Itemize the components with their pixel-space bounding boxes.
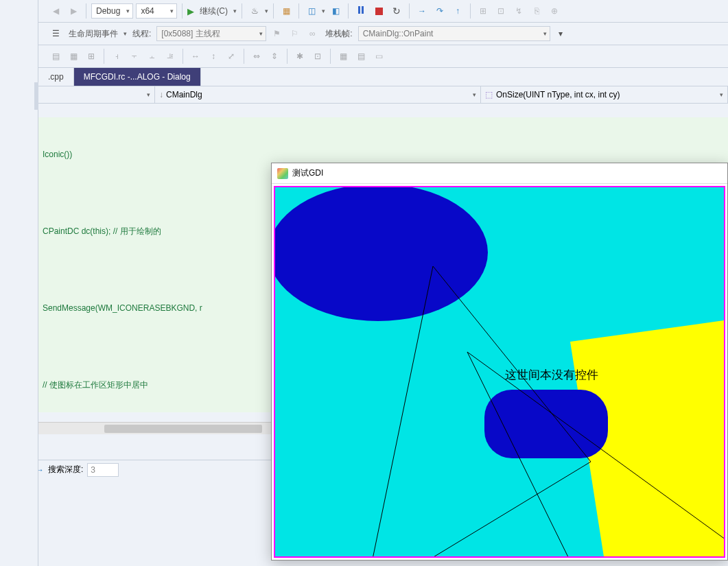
- lifecycle-icon[interactable]: ☰: [48, 26, 63, 41]
- overflow-icon[interactable]: ▾: [553, 26, 568, 41]
- tool-icon-b[interactable]: ⊡: [493, 3, 508, 19]
- stop-button[interactable]: [371, 3, 386, 19]
- link-icon[interactable]: ∞: [305, 26, 320, 41]
- window-titlebar[interactable]: 测试GDI: [272, 163, 727, 184]
- align-icon-6[interactable]: ⫠: [145, 49, 160, 64]
- search-depth-label: 搜索深度:: [48, 464, 83, 475]
- space-icon-1[interactable]: ⇔: [249, 49, 264, 64]
- thread-dropdown[interactable]: [0x5088] 主线程: [156, 26, 266, 41]
- tool-icon-c[interactable]: ↯: [511, 3, 526, 19]
- gdi-text: 这世间本没有控件: [505, 367, 598, 383]
- scrollbar-thumb[interactable]: [104, 425, 262, 433]
- continue-label[interactable]: 继续(C): [197, 5, 231, 17]
- center-icon-1[interactable]: ✱: [292, 49, 307, 64]
- align-icon-5[interactable]: ⫟: [127, 49, 142, 64]
- nav-scope-value: CMainDlg: [166, 90, 202, 99]
- toolbar-layout: ▤ ▦ ⊞ ⫞ ⫟ ⫠ ⫡ ↔ ↕ ⤢ ⇔ ⇕ ✱ ⊡ ▦ ▤ ▭: [0, 45, 728, 68]
- size-icon-2[interactable]: ↕: [206, 49, 221, 64]
- gdi-test-window[interactable]: 测试GDI 这世间本没有控件: [271, 163, 728, 561]
- align-icon-3[interactable]: ⊞: [84, 49, 99, 64]
- stack-dropdown[interactable]: CMainDlg::OnPaint: [358, 26, 550, 41]
- tab-cpp-label: .cpp: [48, 72, 64, 82]
- grid-icon[interactable]: ▦: [336, 49, 351, 64]
- search-depth-input[interactable]: 3: [87, 463, 119, 477]
- center-icon-2[interactable]: ⊡: [310, 49, 325, 64]
- nav-fwd-icon[interactable]: ▶: [66, 3, 81, 19]
- guides-icon[interactable]: ▤: [353, 49, 368, 64]
- step-over-icon[interactable]: ↷: [432, 3, 447, 19]
- left-gutter: [0, 0, 38, 566]
- splitter-grip[interactable]: [34, 82, 38, 110]
- flag-icon[interactable]: ⚑: [269, 26, 284, 41]
- file-tabs: .cpp MFCGDI.rc -...ALOG - Dialog: [38, 68, 728, 86]
- window-title: 测试GDI: [292, 167, 323, 179]
- align-left-icon[interactable]: ▤: [48, 49, 63, 64]
- lifecycle-label[interactable]: 生命周期事件: [66, 28, 121, 40]
- toolbar-debug: ☰ 生命周期事件 ▾ 线程: [0x5088] 主线程 ⚑ ⚐ ∞ 堆栈帧: C…: [0, 23, 728, 45]
- code-nav-bar: ↓ CMainDlg ⬚ OnSize(UINT nType, int cx, …: [38, 86, 728, 104]
- tool-icon-2[interactable]: ◫: [304, 3, 319, 19]
- tab-dialog-label: MFCGDI.rc -...ALOG - Dialog: [84, 72, 191, 82]
- restart-icon[interactable]: ↻: [389, 3, 404, 19]
- pause-button[interactable]: [353, 3, 368, 19]
- flag2-icon[interactable]: ⚐: [287, 26, 302, 41]
- size-icon-3[interactable]: ⤢: [224, 49, 239, 64]
- tool-icon-a[interactable]: ⊞: [475, 3, 491, 19]
- align-icon-7[interactable]: ⫡: [163, 49, 178, 64]
- app-icon: [277, 168, 288, 179]
- gdi-canvas: [275, 187, 725, 558]
- nav-project-dropdown[interactable]: [38, 86, 155, 103]
- nav-member-value: OnSize(UINT nType, int cx, int cy): [496, 90, 620, 99]
- play-icon[interactable]: ▶: [187, 6, 194, 16]
- gdi-client-area: 这世间本没有控件: [274, 186, 725, 558]
- config-dropdown[interactable]: Debug: [91, 3, 133, 19]
- step-out-icon[interactable]: ↑: [450, 3, 465, 19]
- platform-value: x64: [141, 6, 154, 16]
- size-icon-1[interactable]: ↔: [188, 49, 203, 64]
- nav-scope-dropdown[interactable]: ↓ CMainDlg: [155, 86, 481, 103]
- gdi-ellipse: [275, 187, 488, 321]
- tool-icon-3[interactable]: ◧: [328, 3, 343, 19]
- tab-dialog[interactable]: MFCGDI.rc -...ALOG - Dialog: [74, 68, 201, 86]
- step-into-icon[interactable]: →: [414, 3, 430, 19]
- test-icon[interactable]: ▭: [371, 49, 386, 64]
- cube-icon: ⬚: [485, 90, 493, 99]
- toolbar-main: ◀ ▶ Debug x64 ▶ 继续(C) ▾ ♨ ▾ ▦ ◫ ▾ ◧ ↻ → …: [0, 0, 728, 23]
- tool-icon-d[interactable]: ⎘: [529, 3, 544, 19]
- thread-label: 线程:: [130, 28, 154, 40]
- align-icon-4[interactable]: ⫞: [109, 49, 124, 64]
- stack-label: 堆栈帧:: [322, 28, 355, 40]
- nav-member-dropdown[interactable]: ⬚ OnSize(UINT nType, int cx, int cy): [481, 86, 728, 103]
- space-icon-2[interactable]: ⇕: [267, 49, 282, 64]
- config-value: Debug: [96, 6, 120, 16]
- code-line: Iconic()): [38, 145, 728, 164]
- search-depth-value: 3: [91, 465, 95, 475]
- nav-back-icon[interactable]: ◀: [48, 3, 63, 19]
- thread-value: [0x5088] 主线程: [161, 28, 220, 40]
- tab-cpp[interactable]: .cpp: [38, 68, 74, 86]
- stack-value: CMainDlg::OnPaint: [363, 29, 434, 38]
- tool-icon-e[interactable]: ⊕: [547, 3, 562, 19]
- align-top-icon[interactable]: ▦: [66, 49, 81, 64]
- flame-icon[interactable]: ♨: [247, 3, 262, 19]
- platform-dropdown[interactable]: x64: [136, 3, 177, 19]
- tool-icon-1[interactable]: ▦: [279, 3, 294, 19]
